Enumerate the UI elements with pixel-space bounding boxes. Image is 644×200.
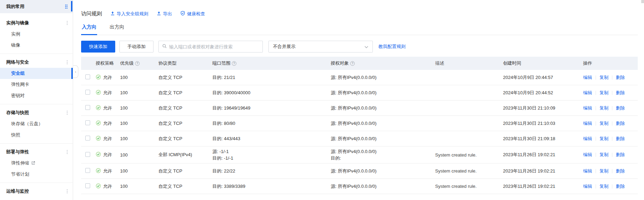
- port-line: 目的: 39000/40000: [212, 89, 331, 96]
- sidebar-item-弹性伸缩[interactable]: 弹性伸缩: [0, 158, 73, 169]
- help-icon[interactable]: ?: [232, 61, 236, 66]
- protocol-cell: 自定义 TCP: [158, 90, 212, 96]
- sidebar-item-镜像[interactable]: 镜像: [0, 40, 73, 51]
- sidebar-item-密钥对[interactable]: 密钥对: [0, 90, 73, 101]
- health-check-link[interactable]: 健康检查: [180, 11, 205, 17]
- sidebar-section-header[interactable]: 网络与安全: [0, 57, 73, 68]
- sidebar-item-favorites[interactable]: 我的常用: [0, 0, 73, 13]
- policy-label: 允许: [103, 136, 112, 142]
- main-content: 访问规则 导入安全组规则 导出 健: [73, 0, 644, 200]
- auth-line: 源: 所有IPv4(0.0.0.0/0): [331, 105, 435, 111]
- edit-link[interactable]: 编辑: [583, 152, 592, 158]
- policy-label: 允许: [103, 168, 112, 174]
- help-icon[interactable]: ?: [350, 61, 355, 66]
- rules-table: 授权策略 优先级 ? 协议类型 端口范围 ? 授权对象 ? 描述 创建时间: [81, 57, 638, 194]
- copy-link[interactable]: 复制: [599, 152, 608, 158]
- configure-help-link[interactable]: 教我配置规则: [378, 43, 406, 50]
- edit-link[interactable]: 编辑: [583, 120, 592, 127]
- policy-label: 允许: [103, 183, 112, 190]
- protocol-cell: 自定义 TCP: [158, 105, 212, 111]
- copy-link[interactable]: 复制: [599, 136, 608, 142]
- auth-line: 目的:: [331, 155, 435, 161]
- created-time-cell: 2023年11月30日 21:09:18: [503, 136, 583, 142]
- tab-outbound[interactable]: 出方向: [109, 22, 125, 35]
- help-icon[interactable]: ?: [135, 61, 140, 66]
- copy-link[interactable]: 复制: [599, 74, 608, 81]
- row-checkbox[interactable]: [85, 90, 90, 95]
- policy-cell: 允许: [96, 152, 120, 158]
- quick-add-button[interactable]: 快速添加: [81, 41, 115, 53]
- action-separator: [612, 137, 612, 141]
- sidebar-section-header[interactable]: 存储与快照: [0, 107, 73, 118]
- copy-link[interactable]: 复制: [599, 120, 608, 127]
- row-checkbox[interactable]: [85, 183, 90, 188]
- description-cell: System created rule.: [435, 152, 503, 158]
- table-row: 允许100自定义 TCP目的: 19649/19649源: 所有IPv4(0.0…: [81, 101, 638, 116]
- row-checkbox[interactable]: [85, 152, 90, 157]
- direction-tabs: 入方向 出方向: [81, 22, 638, 35]
- copy-link[interactable]: 复制: [599, 168, 608, 174]
- more-options-icon[interactable]: [66, 189, 68, 194]
- priority-cell: 100: [120, 136, 158, 141]
- export-link[interactable]: 导出: [157, 11, 172, 17]
- delete-link[interactable]: 删除: [616, 136, 625, 142]
- sidebar-item-安全组[interactable]: 安全组: [0, 68, 73, 79]
- import-rules-link[interactable]: 导入安全组规则: [110, 11, 148, 17]
- edit-link[interactable]: 编辑: [583, 136, 592, 142]
- header-created: 创建时间: [503, 60, 583, 66]
- table-row: 允许100自定义 TCP目的: 21/21源: 所有IPv4(0.0.0.0/0…: [81, 70, 638, 85]
- delete-link[interactable]: 删除: [616, 168, 625, 174]
- more-options-icon[interactable]: [66, 60, 68, 65]
- delete-link[interactable]: 删除: [616, 74, 625, 81]
- edit-link[interactable]: 编辑: [583, 74, 592, 81]
- more-options-icon[interactable]: [66, 150, 68, 154]
- sidebar-divider: [0, 143, 73, 144]
- delete-link[interactable]: 删除: [616, 152, 625, 158]
- sidebar-collapse-button[interactable]: ‹: [73, 65, 78, 78]
- copy-link[interactable]: 复制: [599, 105, 608, 111]
- row-checkbox[interactable]: [85, 105, 90, 110]
- edit-link[interactable]: 编辑: [583, 105, 592, 111]
- policy-cell: 允许: [96, 74, 120, 81]
- delete-link[interactable]: 删除: [616, 120, 625, 127]
- action-separator: [612, 169, 612, 173]
- sidebar-section-header[interactable]: 运维与监控: [0, 186, 73, 197]
- tab-inbound[interactable]: 入方向: [81, 22, 97, 35]
- row-checkbox[interactable]: [85, 74, 90, 79]
- sidebar-item-块存储（云盘）[interactable]: 块存储（云盘）: [0, 118, 73, 129]
- sidebar-item-实例[interactable]: 实例: [0, 29, 73, 40]
- sidebar-item-快照[interactable]: 快照: [0, 129, 73, 141]
- sidebar-item-节省计划[interactable]: 节省计划: [0, 169, 73, 180]
- sidebar-section-header[interactable]: 部署与弹性: [0, 146, 73, 158]
- auth-object-cell: 源: 所有IPv4(0.0.0.0/0): [331, 168, 435, 174]
- copy-link[interactable]: 复制: [599, 90, 608, 96]
- edit-link[interactable]: 编辑: [583, 168, 592, 174]
- row-checkbox[interactable]: [85, 136, 90, 141]
- sidebar-section: 实例与镜像实例镜像: [0, 13, 73, 51]
- delete-link[interactable]: 删除: [616, 183, 625, 190]
- drag-handle-icon[interactable]: [65, 4, 68, 9]
- sidebar-section-header[interactable]: 实例与镜像: [0, 17, 73, 29]
- row-checkbox[interactable]: [85, 168, 90, 173]
- sidebar-scrollbar-thumb[interactable]: [71, 1, 72, 11]
- auth-line: 源: 所有IPv4(0.0.0.0/0): [331, 135, 435, 142]
- row-checkbox-cell: [85, 105, 96, 111]
- rule-search: [158, 41, 263, 53]
- more-options-icon[interactable]: [66, 21, 68, 25]
- protocol-cell: 自定义 TCP: [158, 168, 212, 174]
- port-line: 源: -1/-1: [212, 148, 331, 155]
- row-checkbox[interactable]: [85, 120, 90, 125]
- delete-link[interactable]: 删除: [616, 90, 625, 96]
- sidebar-item-弹性网卡[interactable]: 弹性网卡: [0, 79, 73, 90]
- edit-link[interactable]: 编辑: [583, 90, 592, 96]
- created-time-cell: 2024年10月9日 20:44:57: [503, 74, 583, 81]
- shield-check-icon: [180, 11, 185, 17]
- edit-link[interactable]: 编辑: [583, 183, 592, 190]
- manual-add-button[interactable]: 手动添加: [119, 41, 154, 53]
- more-options-icon[interactable]: [66, 110, 68, 115]
- copy-link[interactable]: 复制: [599, 183, 608, 190]
- delete-link[interactable]: 删除: [616, 105, 625, 111]
- protocol-cell: 自定义 TCP: [158, 74, 212, 81]
- display-mode-select[interactable]: 不合并展示: [268, 41, 373, 53]
- search-input[interactable]: [169, 44, 259, 49]
